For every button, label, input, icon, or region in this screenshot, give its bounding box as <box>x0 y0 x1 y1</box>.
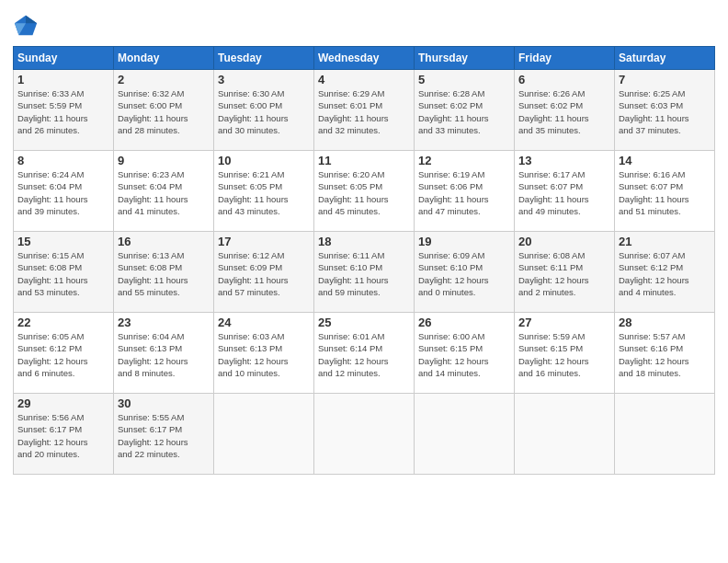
week-row-1: 1Sunrise: 6:33 AM Sunset: 5:59 PM Daylig… <box>14 70 715 151</box>
day-cell: 26Sunrise: 6:00 AM Sunset: 6:15 PM Dayli… <box>415 313 515 394</box>
day-number: 23 <box>118 316 210 329</box>
day-info: Sunrise: 6:19 AM Sunset: 6:06 PM Dayligh… <box>418 168 510 217</box>
day-number: 26 <box>418 316 510 329</box>
day-number: 28 <box>619 316 711 329</box>
day-cell: 8Sunrise: 6:24 AM Sunset: 6:04 PM Daylig… <box>14 151 114 232</box>
day-cell: 5Sunrise: 6:28 AM Sunset: 6:02 PM Daylig… <box>415 70 515 151</box>
day-info: Sunrise: 6:12 AM Sunset: 6:09 PM Dayligh… <box>218 249 310 298</box>
day-number: 5 <box>418 73 510 86</box>
day-number: 9 <box>118 154 210 167</box>
day-info: Sunrise: 6:00 AM Sunset: 6:15 PM Dayligh… <box>418 330 510 379</box>
day-cell: 14Sunrise: 6:16 AM Sunset: 6:07 PM Dayli… <box>615 151 715 232</box>
col-header-tuesday: Tuesday <box>214 47 314 70</box>
day-number: 15 <box>17 235 109 248</box>
day-cell: 20Sunrise: 6:08 AM Sunset: 6:11 PM Dayli… <box>515 232 615 313</box>
day-info: Sunrise: 6:23 AM Sunset: 6:04 PM Dayligh… <box>118 168 210 217</box>
day-cell: 9Sunrise: 6:23 AM Sunset: 6:04 PM Daylig… <box>114 151 214 232</box>
day-cell <box>314 394 415 475</box>
day-info: Sunrise: 6:29 AM Sunset: 6:01 PM Dayligh… <box>318 87 410 136</box>
col-header-sunday: Sunday <box>14 47 114 70</box>
day-number: 19 <box>418 235 510 248</box>
day-cell: 3Sunrise: 6:30 AM Sunset: 6:00 PM Daylig… <box>214 70 314 151</box>
day-number: 8 <box>17 154 109 167</box>
week-row-2: 8Sunrise: 6:24 AM Sunset: 6:04 PM Daylig… <box>14 151 715 232</box>
day-number: 12 <box>418 154 510 167</box>
day-info: Sunrise: 6:21 AM Sunset: 6:05 PM Dayligh… <box>218 168 310 217</box>
day-cell: 6Sunrise: 6:26 AM Sunset: 6:02 PM Daylig… <box>515 70 615 151</box>
day-cell <box>415 394 515 475</box>
calendar-table: SundayMondayTuesdayWednesdayThursdayFrid… <box>13 46 715 475</box>
day-number: 20 <box>518 235 610 248</box>
day-info: Sunrise: 6:13 AM Sunset: 6:08 PM Dayligh… <box>118 249 210 298</box>
day-number: 29 <box>17 396 109 410</box>
day-number: 24 <box>218 316 310 329</box>
day-info: Sunrise: 6:20 AM Sunset: 6:05 PM Dayligh… <box>318 168 410 217</box>
week-row-4: 22Sunrise: 6:05 AM Sunset: 6:12 PM Dayli… <box>14 313 715 394</box>
day-info: Sunrise: 6:30 AM Sunset: 6:00 PM Dayligh… <box>218 87 310 136</box>
col-header-wednesday: Wednesday <box>314 47 415 70</box>
day-number: 22 <box>17 316 109 329</box>
col-header-monday: Monday <box>114 47 214 70</box>
day-info: Sunrise: 5:55 AM Sunset: 6:17 PM Dayligh… <box>118 411 210 460</box>
day-cell: 16Sunrise: 6:13 AM Sunset: 6:08 PM Dayli… <box>114 232 214 313</box>
day-cell: 25Sunrise: 6:01 AM Sunset: 6:14 PM Dayli… <box>314 313 415 394</box>
col-header-saturday: Saturday <box>615 47 715 70</box>
day-info: Sunrise: 5:57 AM Sunset: 6:16 PM Dayligh… <box>619 330 711 379</box>
page-header <box>13 9 715 39</box>
week-row-5: 29Sunrise: 5:56 AM Sunset: 6:17 PM Dayli… <box>14 394 715 475</box>
day-number: 7 <box>619 73 711 86</box>
day-number: 17 <box>218 235 310 248</box>
day-cell: 10Sunrise: 6:21 AM Sunset: 6:05 PM Dayli… <box>214 151 314 232</box>
week-row-3: 15Sunrise: 6:15 AM Sunset: 6:08 PM Dayli… <box>14 232 715 313</box>
logo <box>13 13 42 39</box>
day-info: Sunrise: 6:33 AM Sunset: 5:59 PM Dayligh… <box>17 87 109 136</box>
day-info: Sunrise: 6:01 AM Sunset: 6:14 PM Dayligh… <box>318 330 410 379</box>
day-info: Sunrise: 6:03 AM Sunset: 6:13 PM Dayligh… <box>218 330 310 379</box>
day-cell: 19Sunrise: 6:09 AM Sunset: 6:10 PM Dayli… <box>415 232 515 313</box>
day-info: Sunrise: 6:24 AM Sunset: 6:04 PM Dayligh… <box>17 168 109 217</box>
day-cell <box>214 394 314 475</box>
day-number: 30 <box>118 396 210 410</box>
day-number: 18 <box>318 235 410 248</box>
day-number: 11 <box>318 154 410 167</box>
day-cell: 21Sunrise: 6:07 AM Sunset: 6:12 PM Dayli… <box>615 232 715 313</box>
day-cell: 1Sunrise: 6:33 AM Sunset: 5:59 PM Daylig… <box>14 70 114 151</box>
day-number: 14 <box>619 154 711 167</box>
day-cell: 27Sunrise: 5:59 AM Sunset: 6:15 PM Dayli… <box>515 313 615 394</box>
day-info: Sunrise: 5:56 AM Sunset: 6:17 PM Dayligh… <box>17 411 109 460</box>
day-number: 4 <box>318 73 410 86</box>
day-info: Sunrise: 6:15 AM Sunset: 6:08 PM Dayligh… <box>17 249 109 298</box>
day-info: Sunrise: 6:16 AM Sunset: 6:07 PM Dayligh… <box>619 168 711 217</box>
day-info: Sunrise: 6:07 AM Sunset: 6:12 PM Dayligh… <box>619 249 711 298</box>
day-cell: 23Sunrise: 6:04 AM Sunset: 6:13 PM Dayli… <box>114 313 214 394</box>
day-number: 3 <box>218 73 310 86</box>
day-number: 10 <box>218 154 310 167</box>
day-info: Sunrise: 6:08 AM Sunset: 6:11 PM Dayligh… <box>518 249 610 298</box>
day-info: Sunrise: 6:17 AM Sunset: 6:07 PM Dayligh… <box>518 168 610 217</box>
day-cell: 29Sunrise: 5:56 AM Sunset: 6:17 PM Dayli… <box>14 394 114 475</box>
day-number: 25 <box>318 316 410 329</box>
day-cell: 4Sunrise: 6:29 AM Sunset: 6:01 PM Daylig… <box>314 70 415 151</box>
day-number: 21 <box>619 235 711 248</box>
day-info: Sunrise: 6:09 AM Sunset: 6:10 PM Dayligh… <box>418 249 510 298</box>
day-cell: 22Sunrise: 6:05 AM Sunset: 6:12 PM Dayli… <box>14 313 114 394</box>
day-info: Sunrise: 6:26 AM Sunset: 6:02 PM Dayligh… <box>518 87 610 136</box>
day-cell <box>615 394 715 475</box>
day-info: Sunrise: 6:11 AM Sunset: 6:10 PM Dayligh… <box>318 249 410 298</box>
day-cell: 28Sunrise: 5:57 AM Sunset: 6:16 PM Dayli… <box>615 313 715 394</box>
col-header-thursday: Thursday <box>415 47 515 70</box>
calendar-header: SundayMondayTuesdayWednesdayThursdayFrid… <box>14 47 715 70</box>
logo-icon <box>13 13 39 39</box>
day-cell: 2Sunrise: 6:32 AM Sunset: 6:00 PM Daylig… <box>114 70 214 151</box>
day-cell <box>515 394 615 475</box>
day-cell: 13Sunrise: 6:17 AM Sunset: 6:07 PM Dayli… <box>515 151 615 232</box>
day-cell: 18Sunrise: 6:11 AM Sunset: 6:10 PM Dayli… <box>314 232 415 313</box>
day-info: Sunrise: 6:05 AM Sunset: 6:12 PM Dayligh… <box>17 330 109 379</box>
day-number: 16 <box>118 235 210 248</box>
day-cell: 17Sunrise: 6:12 AM Sunset: 6:09 PM Dayli… <box>214 232 314 313</box>
day-number: 6 <box>518 73 610 86</box>
day-number: 1 <box>17 73 109 86</box>
svg-marker-1 <box>26 16 37 23</box>
day-info: Sunrise: 6:32 AM Sunset: 6:00 PM Dayligh… <box>118 87 210 136</box>
day-cell: 7Sunrise: 6:25 AM Sunset: 6:03 PM Daylig… <box>615 70 715 151</box>
